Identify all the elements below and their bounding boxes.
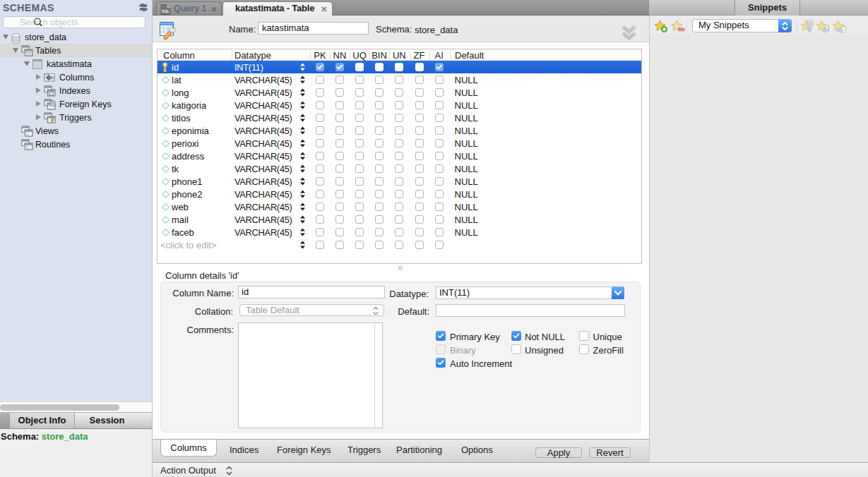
svg-text:SQL: SQL — [162, 9, 170, 13]
svg-text:SQL: SQL — [807, 22, 814, 25]
